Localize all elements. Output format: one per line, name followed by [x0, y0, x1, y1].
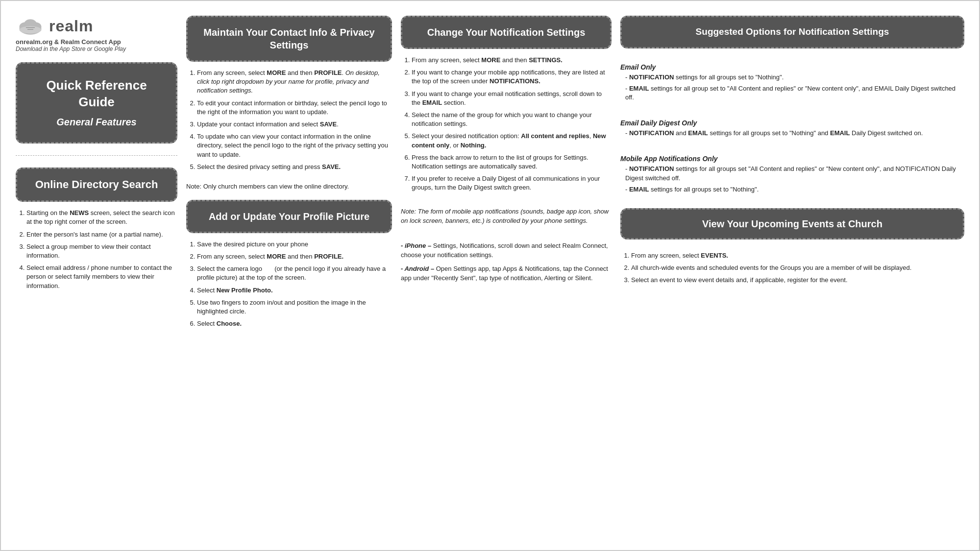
list-item: Select the name of the group for which y…	[412, 111, 612, 128]
online-directory-box: Online Directory Search	[16, 168, 177, 202]
list-item: Select Choose.	[197, 319, 392, 328]
list-item: Select your desired notification option:…	[412, 132, 612, 149]
list-item: Update your contact information and sele…	[197, 120, 392, 129]
list-item: Select the desired privacy setting and p…	[197, 163, 392, 171]
suggested-options-box: Suggested Options for Notification Setti…	[620, 16, 964, 48]
list-item: From any screen, select MORE and then PR…	[197, 69, 392, 96]
list-item: From any screen, select EVENTS.	[631, 251, 964, 260]
list-item: If you prefer to receive a Daily Digest …	[412, 174, 612, 192]
column-2: Maintain Your Contact Info & Privacy Set…	[186, 16, 392, 540]
email-only-list: NOTIFICATION settings for all groups set…	[620, 73, 964, 102]
maintain-note: Note: Only church members can view the o…	[186, 183, 392, 190]
list-item: From any screen, select MORE and then SE…	[412, 56, 612, 65]
events-list: From any screen, select EVENTS. All chur…	[620, 251, 964, 288]
add-profile-list: Save the desired picture on your phone F…	[186, 240, 392, 332]
notification-note: Note: The form of mobile app notificatio…	[401, 207, 612, 225]
email-only-section: Email Only NOTIFICATION settings for all…	[620, 58, 964, 105]
email-digest-header: Email Daily Digest Only	[620, 119, 964, 127]
list-item: NOTIFICATION and EMAIL settings for all …	[625, 129, 964, 138]
email-digest-list: NOTIFICATION and EMAIL settings for all …	[620, 129, 964, 138]
list-item: If you want to change your mobile app no…	[412, 68, 612, 86]
quick-reference-subtitle: General Features	[28, 116, 165, 128]
column-3: Change Your Notification Settings From a…	[401, 16, 612, 540]
list-item: Select a group member to view their cont…	[26, 242, 177, 260]
logo-subtitle-1: onrealm.org & Realm Connect App	[16, 38, 121, 46]
phone-settings-section: - iPhone – Settings, Notifications, scro…	[401, 241, 612, 287]
maintain-contact-box: Maintain Your Contact Info & Privacy Set…	[186, 16, 392, 62]
list-item: Save the desired picture on your phone	[197, 240, 392, 249]
logo-area: realm onrealm.org & Realm Connect App Do…	[16, 16, 177, 52]
column-4: Suggested Options for Notification Setti…	[620, 16, 964, 540]
change-notification-list: From any screen, select MORE and then SE…	[401, 56, 612, 195]
list-item: NOTIFICATION settings for all groups set…	[625, 73, 964, 82]
change-notification-box: Change Your Notification Settings	[401, 16, 612, 49]
online-directory-list: Starting on the NEWS screen, select the …	[16, 209, 177, 294]
list-item: To update who can view your contact info…	[197, 132, 392, 159]
quick-reference-title: Quick Reference Guide	[28, 77, 165, 111]
list-item: EMAIL settings for all group set to "All…	[625, 84, 964, 102]
list-item: From any screen, select MORE and then PR…	[197, 252, 392, 261]
quick-reference-box: Quick Reference Guide General Features	[16, 62, 177, 144]
logo-brand-name: realm	[49, 17, 93, 35]
mobile-only-section: Mobile App Notifications Only NOTIFICATI…	[620, 150, 964, 196]
email-digest-section: Email Daily Digest Only NOTIFICATION and…	[620, 114, 964, 140]
mobile-only-header: Mobile App Notifications Only	[620, 155, 964, 163]
list-item: EMAIL settings for all groups set to "No…	[625, 185, 964, 194]
list-item: Press the back arrow to return to the li…	[412, 153, 612, 171]
android-entry: - Android – Open Settings app, tap Apps …	[401, 264, 612, 283]
column-1: realm onrealm.org & Realm Connect App Do…	[16, 16, 177, 540]
list-item: Select New Profile Photo.	[197, 286, 392, 295]
realm-logo-icon	[16, 16, 45, 36]
list-item: Select email address / phone number to c…	[26, 264, 177, 290]
email-only-header: Email Only	[620, 63, 964, 71]
list-item: All church-wide events and scheduled eve…	[631, 264, 964, 272]
list-item: Use two fingers to zoom in/out and posit…	[197, 298, 392, 316]
add-profile-picture-box: Add or Update Your Profile Picture	[186, 200, 392, 233]
list-item: Starting on the NEWS screen, select the …	[26, 209, 177, 226]
mobile-only-list: NOTIFICATION settings for all groups set…	[620, 165, 964, 194]
list-item: Enter the person's last name (or a parti…	[26, 230, 177, 239]
events-ordered-list: From any screen, select EVENTS. All chur…	[620, 251, 964, 285]
list-item: Select the camera logo (or the pencil lo…	[197, 264, 392, 282]
list-item: If you want to change your email notific…	[412, 90, 612, 107]
page: realm onrealm.org & Realm Connect App Do…	[0, 0, 980, 551]
list-item: Select an event to view event details an…	[631, 276, 964, 285]
list-item: To edit your contact information or birt…	[197, 99, 392, 117]
logo-img: realm	[16, 16, 93, 36]
view-events-box: View Your Upcoming Events at Church	[620, 208, 964, 240]
iphone-entry: - iPhone – Settings, Notifications, scro…	[401, 241, 612, 260]
maintain-contact-list: From any screen, select MORE and then PR…	[186, 69, 392, 175]
svg-point-4	[20, 26, 42, 33]
logo-subtitle-2: Download in the App Store or Google Play	[16, 46, 126, 52]
list-item: NOTIFICATION settings for all groups set…	[625, 165, 964, 182]
column-divider	[16, 155, 177, 156]
